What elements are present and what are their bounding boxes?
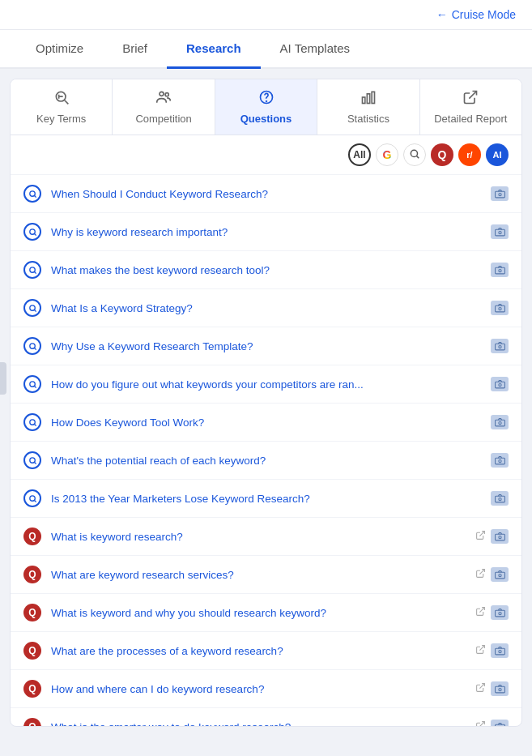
snapshot-button[interactable] bbox=[491, 453, 509, 468]
svg-line-1 bbox=[64, 100, 68, 105]
question-text[interactable]: What makes the best keyword research too… bbox=[51, 264, 481, 276]
question-text[interactable]: How Does Keyword Tool Work? bbox=[51, 416, 481, 429]
snapshot-button[interactable] bbox=[491, 491, 509, 506]
question-row: QWhat is keyword research? bbox=[11, 518, 521, 556]
svg-rect-57 bbox=[495, 610, 504, 617]
question-row: When Should I Conduct Keyword Research? bbox=[11, 175, 521, 213]
question-actions bbox=[491, 491, 509, 506]
external-link-icon[interactable] bbox=[475, 568, 486, 581]
snapshot-button[interactable] bbox=[491, 224, 509, 239]
subtab-questions[interactable]: Questions bbox=[215, 79, 317, 135]
tab-brief[interactable]: Brief bbox=[103, 30, 167, 69]
question-text[interactable]: What are the processes of a keyword rese… bbox=[51, 645, 466, 657]
svg-rect-60 bbox=[495, 648, 504, 655]
search-source-icon bbox=[23, 185, 41, 203]
subtab-competition[interactable]: Competition bbox=[113, 79, 215, 135]
external-link-icon[interactable] bbox=[475, 682, 486, 695]
question-text[interactable]: What is the smarter way to do keyword re… bbox=[51, 721, 466, 727]
svg-rect-20 bbox=[495, 229, 504, 236]
search-source-icon bbox=[23, 223, 41, 241]
svg-point-17 bbox=[498, 193, 500, 195]
subtab-detailed-report-label: Detailed Report bbox=[434, 113, 507, 125]
search-source-icon bbox=[23, 261, 41, 279]
svg-point-42 bbox=[29, 457, 34, 462]
filter-all-label: All bbox=[353, 149, 365, 160]
filter-quora[interactable]: Q bbox=[431, 143, 453, 166]
question-text[interactable]: What Is a Keyword Strategy? bbox=[51, 302, 481, 314]
svg-point-21 bbox=[498, 231, 500, 233]
quora-source-icon: Q bbox=[23, 642, 41, 660]
svg-point-46 bbox=[29, 495, 34, 500]
cruise-mode-label: Cruise Mode bbox=[452, 8, 516, 21]
question-actions bbox=[491, 263, 509, 277]
svg-line-47 bbox=[34, 500, 36, 502]
question-actions bbox=[491, 453, 509, 468]
snapshot-button[interactable] bbox=[491, 720, 509, 726]
question-text[interactable]: What is keyword research? bbox=[51, 531, 466, 543]
ai-icon: AI bbox=[493, 150, 502, 160]
snapshot-button[interactable] bbox=[491, 415, 509, 429]
competition-icon bbox=[155, 89, 172, 108]
external-link-icon[interactable] bbox=[475, 720, 486, 726]
tab-ai-templates[interactable]: AI Templates bbox=[261, 30, 369, 69]
snapshot-button[interactable] bbox=[491, 377, 509, 391]
svg-rect-48 bbox=[495, 496, 504, 502]
svg-rect-16 bbox=[495, 191, 504, 198]
questions-icon bbox=[258, 89, 275, 108]
filter-all[interactable]: All bbox=[348, 143, 371, 166]
question-text[interactable]: What's the potential reach of each keywo… bbox=[51, 455, 481, 467]
snapshot-button[interactable] bbox=[491, 605, 509, 620]
content-area: Key Terms Competition Quest bbox=[10, 79, 522, 727]
snapshot-button[interactable] bbox=[491, 301, 509, 315]
svg-point-12 bbox=[411, 150, 417, 156]
svg-rect-44 bbox=[495, 458, 504, 464]
filter-ai[interactable]: AI bbox=[486, 143, 509, 166]
question-text[interactable]: When Should I Conduct Keyword Research? bbox=[51, 188, 481, 200]
snapshot-button[interactable] bbox=[491, 567, 509, 582]
svg-rect-63 bbox=[495, 686, 504, 693]
tab-research[interactable]: Research bbox=[167, 30, 261, 69]
snapshot-button[interactable] bbox=[491, 643, 509, 658]
filter-google[interactable]: G bbox=[376, 143, 398, 166]
snapshot-button[interactable] bbox=[491, 339, 509, 353]
search-source-icon bbox=[23, 299, 41, 317]
quora-source-icon: Q bbox=[23, 718, 41, 726]
cruise-mode-button[interactable]: ← Cruise Mode bbox=[436, 8, 516, 21]
snapshot-button[interactable] bbox=[491, 681, 509, 696]
question-row: Why Use a Keyword Research Template? bbox=[11, 327, 521, 365]
snapshot-button[interactable] bbox=[491, 529, 509, 544]
filter-quora-search[interactable] bbox=[403, 143, 426, 166]
snapshot-button[interactable] bbox=[491, 263, 509, 277]
question-actions bbox=[491, 224, 509, 239]
question-text[interactable]: How and where can I do keyword research? bbox=[51, 683, 466, 695]
svg-line-65 bbox=[479, 722, 484, 726]
subtab-key-terms[interactable]: Key Terms bbox=[11, 79, 113, 135]
filter-reddit[interactable]: r/ bbox=[458, 143, 481, 166]
tab-optimize[interactable]: Optimize bbox=[16, 30, 103, 69]
subtab-detailed-report[interactable]: Detailed Report bbox=[420, 79, 521, 135]
question-text[interactable]: Why Use a Keyword Research Template? bbox=[51, 340, 481, 352]
external-link-icon[interactable] bbox=[475, 644, 486, 657]
resize-handle[interactable] bbox=[0, 362, 6, 395]
svg-point-22 bbox=[29, 267, 34, 271]
svg-point-41 bbox=[498, 421, 500, 424]
external-link-icon[interactable] bbox=[475, 606, 486, 619]
question-row: Why is keyword research important? bbox=[11, 213, 521, 251]
question-text[interactable]: Is 2013 the Year Marketers Lose Keyword … bbox=[51, 493, 481, 505]
svg-rect-24 bbox=[495, 267, 504, 274]
statistics-icon bbox=[360, 89, 377, 108]
quora-icon: Q bbox=[438, 148, 447, 161]
svg-line-50 bbox=[479, 532, 484, 536]
svg-rect-51 bbox=[495, 534, 504, 540]
question-text[interactable]: Why is keyword research important? bbox=[51, 226, 481, 238]
question-actions bbox=[475, 720, 509, 726]
snapshot-button[interactable] bbox=[491, 186, 509, 201]
svg-point-45 bbox=[498, 459, 500, 462]
question-row: How do you figure out what keywords your… bbox=[11, 365, 521, 404]
question-text[interactable]: How do you figure out what keywords your… bbox=[51, 378, 481, 391]
external-link-icon[interactable] bbox=[475, 530, 486, 543]
question-actions bbox=[475, 529, 509, 544]
subtab-statistics[interactable]: Statistics bbox=[317, 79, 419, 135]
question-text[interactable]: What is keyword and why you should resea… bbox=[51, 607, 466, 619]
question-text[interactable]: What are keyword research services? bbox=[51, 569, 466, 581]
